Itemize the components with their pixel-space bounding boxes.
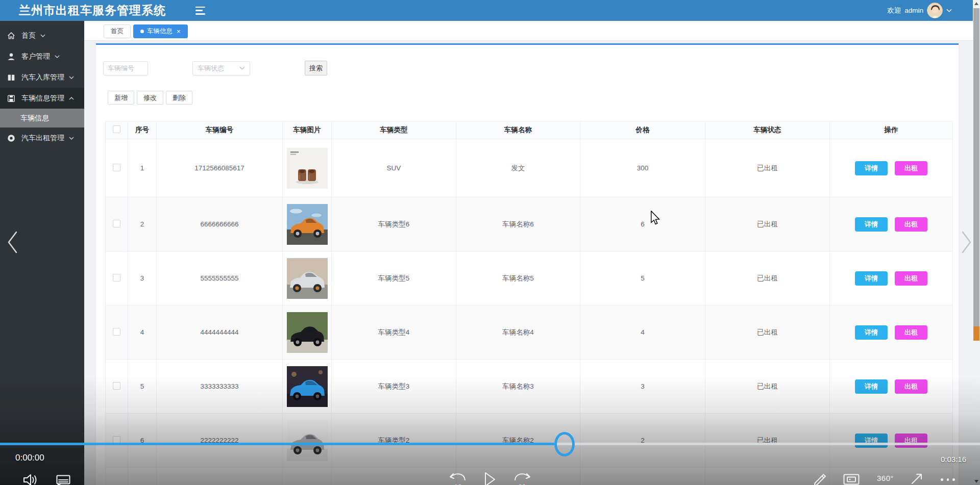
more-options-icon[interactable] (941, 478, 955, 481)
sidebar-item-customers[interactable]: 客户管理 (0, 46, 84, 67)
detail-button[interactable]: 详情 (855, 217, 888, 232)
cell-index (128, 468, 157, 485)
rent-button[interactable]: 出租 (895, 325, 927, 340)
cell-type: 车辆类型2 (332, 414, 456, 468)
header-checkbox-cell (106, 121, 128, 139)
forward-30-icon[interactable]: 30 (513, 473, 531, 485)
vehicle-image (287, 474, 328, 485)
scroll-up-icon[interactable] (974, 2, 978, 5)
cell-type: 车辆类型6 (332, 197, 456, 251)
search-button[interactable]: 搜索 (305, 61, 327, 75)
delete-button[interactable]: 删除 (166, 91, 192, 105)
add-button[interactable]: 新增 (108, 91, 134, 105)
rewind-10-icon[interactable]: 10 (449, 473, 467, 485)
cell-index: 5 (128, 360, 157, 414)
active-dot (140, 30, 144, 33)
header-vehicle-name: 车辆名称 (456, 121, 580, 139)
cell-index: 2 (128, 197, 157, 251)
cell-status: 已出租 (705, 197, 830, 251)
table-row: 4 4444444444 (106, 305, 953, 360)
rotate-360-icon[interactable]: 360° (877, 474, 894, 482)
cell-status: 已出租 (705, 305, 830, 360)
cell-name: 发文 (456, 139, 580, 197)
cell-image (283, 305, 332, 360)
edit-button[interactable]: 修改 (137, 91, 163, 105)
cell-image (283, 139, 332, 197)
user-dropdown-chevron-icon[interactable] (946, 9, 952, 12)
app-title: 兰州市出租车服务管理系统 (19, 3, 166, 18)
cell-price: 3 (580, 360, 705, 414)
table-row: 3 5555555555 (106, 251, 953, 305)
header-vehicle-no: 车辆编号 (157, 121, 283, 139)
annotate-pencil-icon[interactable] (813, 472, 827, 485)
cell-name: 车辆名称5 (456, 251, 580, 305)
avatar[interactable] (927, 3, 943, 18)
detail-button[interactable]: 详情 (855, 271, 888, 286)
rent-button[interactable]: 出租 (895, 161, 927, 175)
sidebar-subitem-vehicle-info[interactable]: 车辆信息 (0, 109, 84, 127)
detail-button[interactable]: 详情 (855, 379, 888, 394)
sidebar-item-car-inbound[interactable]: 汽车入库管理 (0, 67, 84, 88)
pip-icon[interactable] (843, 474, 860, 485)
detail-button[interactable]: 详情 (855, 433, 888, 448)
vehicle-image (287, 148, 328, 189)
select-all-checkbox[interactable] (113, 125, 120, 133)
cell-image (283, 197, 332, 251)
cell-actions: 详情出租 (830, 305, 953, 360)
scrollbar-thumb[interactable] (973, 8, 979, 326)
fullscreen-icon[interactable] (910, 472, 923, 485)
previous-arrow[interactable] (6, 231, 18, 254)
tab-home[interactable]: 首页 (104, 24, 131, 38)
detail-button[interactable]: 详情 (855, 325, 888, 340)
seek-handle[interactable] (554, 432, 575, 456)
cell-index: 3 (128, 251, 157, 305)
table-row: 5 3333333333 (106, 360, 953, 414)
volume-icon[interactable] (23, 473, 38, 485)
chevron-up-icon (69, 97, 74, 100)
chevron-down-icon (40, 34, 45, 37)
row-checkbox[interactable] (113, 220, 120, 227)
row-checkbox[interactable] (113, 274, 120, 282)
menu-collapse-icon[interactable] (195, 7, 206, 15)
next-arrow[interactable] (961, 231, 973, 254)
rent-button[interactable]: 出租 (895, 271, 927, 286)
progress-bar[interactable] (0, 443, 980, 445)
vehicle-no-input[interactable] (103, 61, 148, 75)
header-status: 车辆状态 (705, 121, 830, 139)
cell-type: 车辆类型3 (332, 360, 456, 414)
sidebar-item-car-rental-mgmt[interactable]: 汽车出租管理 (0, 127, 84, 148)
rent-button[interactable]: 出租 (895, 433, 927, 448)
user-icon (7, 52, 16, 61)
cell-type: 车辆类型4 (332, 305, 456, 360)
rent-button[interactable]: 出租 (895, 379, 927, 394)
vehicle-status-select[interactable]: 车辆状态 (192, 61, 250, 75)
tab-vehicle-info[interactable]: 车辆信息 × (133, 24, 188, 38)
cell-image (283, 468, 332, 485)
search-row: 车辆状态 搜索 (103, 61, 959, 75)
progress-remaining (554, 443, 980, 445)
cell-status: 已出租 (705, 251, 830, 305)
cell-index: 6 (128, 414, 157, 468)
cell-price: 6 (580, 197, 705, 251)
scroll-down-icon[interactable] (974, 480, 978, 483)
tab-close-icon[interactable]: × (177, 28, 181, 35)
user-area: 欢迎 admin (887, 0, 952, 21)
row-checkbox[interactable] (113, 328, 120, 336)
scrollbar[interactable] (973, 0, 980, 485)
vehicle-image (287, 420, 328, 461)
cell-price (580, 468, 705, 485)
rent-button[interactable]: 出租 (895, 217, 927, 232)
header-index: 序号 (128, 121, 157, 139)
chevron-down-icon (69, 76, 74, 79)
cell-status (705, 468, 830, 485)
play-icon[interactable] (484, 472, 496, 485)
row-checkbox[interactable] (113, 164, 120, 171)
content-panel: 车辆状态 搜索 新增 修改 删除 (96, 43, 959, 485)
sidebar-item-vehicle-info-mgmt[interactable]: 车辆信息管理 (0, 88, 84, 109)
subtitle-icon[interactable] (56, 475, 70, 485)
vehicle-image (287, 366, 328, 407)
row-checkbox[interactable] (113, 382, 120, 390)
sidebar-item-home[interactable]: 首页 (0, 25, 84, 46)
cell-actions: 详情出租 (830, 360, 953, 414)
detail-button[interactable]: 详情 (855, 161, 888, 175)
